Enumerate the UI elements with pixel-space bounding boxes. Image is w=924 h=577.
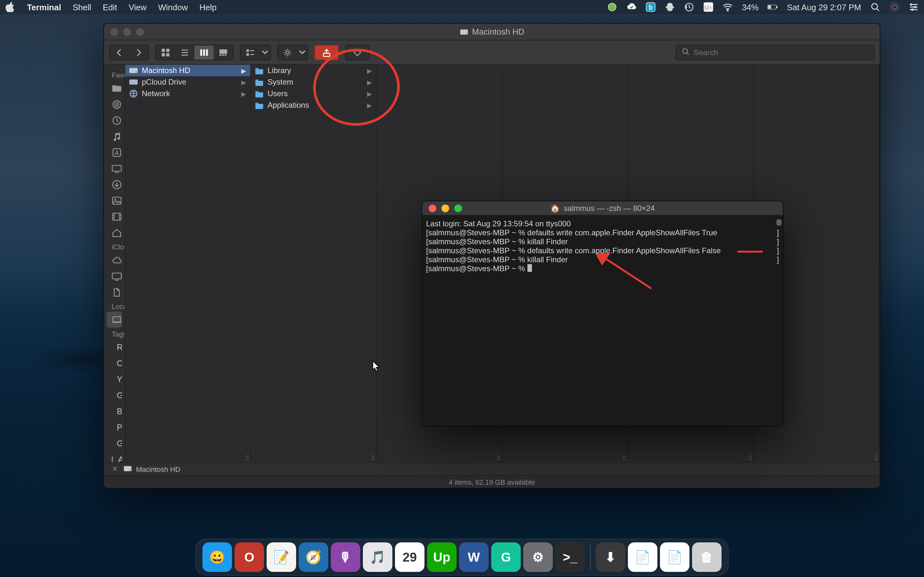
menu-help[interactable]: Help xyxy=(200,2,217,12)
finder-pathbar[interactable]: ✕ Macintosh HD xyxy=(104,462,880,475)
dock-app-opera[interactable]: O xyxy=(234,542,264,572)
column-item[interactable]: pCloud Drive▶ xyxy=(125,76,250,88)
sidebar-tag-item[interactable]: Green xyxy=(107,387,122,403)
group-by-segment[interactable] xyxy=(240,45,271,60)
minimize-button[interactable] xyxy=(441,204,449,212)
status-timemachine-icon[interactable] xyxy=(684,2,695,12)
terminal-content[interactable]: Last login: Sat Aug 29 13:59:54 on ttys0… xyxy=(422,215,783,426)
column-resize-handle[interactable]: || xyxy=(623,454,626,461)
sidebar-tag-item[interactable]: Red xyxy=(107,339,122,355)
column-item[interactable]: System▶ xyxy=(251,76,376,88)
column-resize-handle[interactable]: || xyxy=(875,454,878,461)
path-segment[interactable]: Macintosh HD xyxy=(136,465,180,473)
column-resize-handle[interactable]: || xyxy=(749,454,752,461)
view-columns-button[interactable] xyxy=(194,45,214,59)
sidebar-tag-item[interactable]: Yellow xyxy=(107,371,122,387)
minimize-button[interactable] xyxy=(123,28,131,35)
sidebar-item[interactable]: iCloud Drive xyxy=(107,252,122,268)
finder-titlebar[interactable]: Macintosh HD xyxy=(104,24,880,40)
sidebar-tag-item[interactable]: All Tags… xyxy=(107,451,122,462)
share-button[interactable] xyxy=(314,45,339,60)
sidebar-tag-item[interactable]: Orange xyxy=(107,355,122,371)
dock-app-terminal[interactable]: >_ xyxy=(556,542,585,572)
column-resize-handle[interactable]: || xyxy=(372,454,375,461)
dock-app-notes[interactable]: 📝 xyxy=(267,542,296,572)
dock-app-podcasts[interactable]: 🎙 xyxy=(331,542,360,572)
column-item[interactable]: Macintosh HD▶ xyxy=(125,65,250,76)
view-icons-button[interactable] xyxy=(156,45,175,59)
status-clock[interactable]: Sat Aug 29 2:07 PM xyxy=(787,2,861,12)
search-field[interactable] xyxy=(676,45,875,60)
scrollbar-thumb[interactable] xyxy=(776,219,782,226)
sidebar-item[interactable]: Documents xyxy=(107,284,122,300)
sidebar-item[interactable]: Desktop xyxy=(107,268,122,284)
dock-app-settings[interactable]: ⚙︎ xyxy=(523,542,553,572)
sidebar-item[interactable]: Downloads xyxy=(107,176,122,192)
action-chevron[interactable] xyxy=(297,45,307,59)
dock-app-music[interactable]: 🎵 xyxy=(363,542,393,572)
finder-traffic-lights[interactable] xyxy=(104,28,144,35)
menubar-app-name[interactable]: Terminal xyxy=(27,2,61,12)
sidebar-tag-item[interactable]: Blue xyxy=(107,403,122,419)
close-button[interactable] xyxy=(429,204,436,212)
status-app-b-icon[interactable]: b xyxy=(646,2,656,12)
zoom-button[interactable] xyxy=(454,204,462,212)
tags-button[interactable] xyxy=(345,45,370,60)
status-green-dot-icon[interactable] xyxy=(607,2,618,12)
group-by-chevron[interactable] xyxy=(260,45,270,59)
view-gallery-button[interactable] xyxy=(214,45,233,59)
status-app-u-icon[interactable]: U+ xyxy=(704,2,714,12)
terminal-traffic-lights[interactable] xyxy=(422,204,462,212)
sidebar-item[interactable]: Pictures xyxy=(107,192,122,208)
column-resize-handle[interactable]: || xyxy=(497,454,501,461)
dock-app-calendar[interactable]: 29 xyxy=(395,542,425,572)
dock-app-finder[interactable]: 😀 xyxy=(202,542,232,572)
gear-icon[interactable] xyxy=(278,45,297,59)
sidebar-item[interactable]: Steve's Mac… xyxy=(107,311,122,327)
nav-back-button[interactable] xyxy=(110,45,129,59)
status-malware-icon[interactable] xyxy=(665,2,675,12)
dock-app-doc1[interactable]: 📄 xyxy=(628,542,657,572)
column-item[interactable]: Network▶ xyxy=(125,88,250,99)
dock-app-upwork[interactable]: Up xyxy=(427,542,457,572)
terminal-titlebar[interactable]: 🏠 salmmus — -zsh — 80×24 xyxy=(422,201,783,215)
column-resize-handle[interactable]: || xyxy=(246,454,249,461)
action-menu[interactable] xyxy=(277,45,308,60)
dock-app-grammarly[interactable]: G xyxy=(491,542,521,572)
sidebar-item[interactable]: Recents xyxy=(107,112,122,128)
dock-app-word[interactable]: W xyxy=(459,542,489,572)
sidebar-item[interactable]: Music xyxy=(107,128,122,144)
column-item[interactable]: Applications▶ xyxy=(251,99,376,111)
zoom-button[interactable] xyxy=(136,28,144,35)
nav-forward-button[interactable] xyxy=(129,45,148,59)
column-item[interactable]: Users▶ xyxy=(251,88,376,99)
view-list-button[interactable] xyxy=(175,45,194,59)
menu-view[interactable]: View xyxy=(129,2,147,12)
dock-app-trash[interactable]: 🗑 xyxy=(692,542,722,572)
dock-app-safari[interactable]: 🧭 xyxy=(299,542,328,572)
dock-app-downloads[interactable]: ⬇︎ xyxy=(596,542,625,572)
status-battery-icon[interactable] xyxy=(768,2,778,12)
spotlight-icon[interactable] xyxy=(870,2,880,12)
menu-edit[interactable]: Edit xyxy=(103,2,117,12)
sidebar-item[interactable]: Desktop xyxy=(107,160,122,176)
status-wifi-icon[interactable] xyxy=(723,2,733,12)
status-cloud-check-icon[interactable] xyxy=(627,2,637,12)
siri-icon[interactable] xyxy=(889,2,900,12)
sidebar-tag-item[interactable]: Gray xyxy=(107,435,122,451)
sidebar-item[interactable]: salmmus xyxy=(107,224,122,240)
group-by-button[interactable] xyxy=(241,45,260,59)
menu-shell[interactable]: Shell xyxy=(73,2,91,12)
sidebar-item[interactable]: Movies xyxy=(107,208,122,224)
sidebar-item[interactable]: AApplications xyxy=(107,144,122,160)
close-pathbar-icon[interactable]: ✕ xyxy=(110,464,120,474)
column-item[interactable]: Library▶ xyxy=(251,65,376,76)
menu-window[interactable]: Window xyxy=(158,2,188,12)
sidebar-item[interactable]: pCloud…⏏ xyxy=(107,80,122,96)
apple-menu-icon[interactable] xyxy=(5,2,15,12)
finder-column[interactable]: Macintosh HD▶pCloud Drive▶Network▶|| xyxy=(125,65,251,462)
dock-app-doc2[interactable]: 📄 xyxy=(660,542,690,572)
sidebar-tag-item[interactable]: Purple xyxy=(107,419,122,435)
control-center-icon[interactable] xyxy=(909,2,919,12)
finder-column[interactable]: Library▶System▶Users▶Applications▶|| xyxy=(251,65,376,462)
